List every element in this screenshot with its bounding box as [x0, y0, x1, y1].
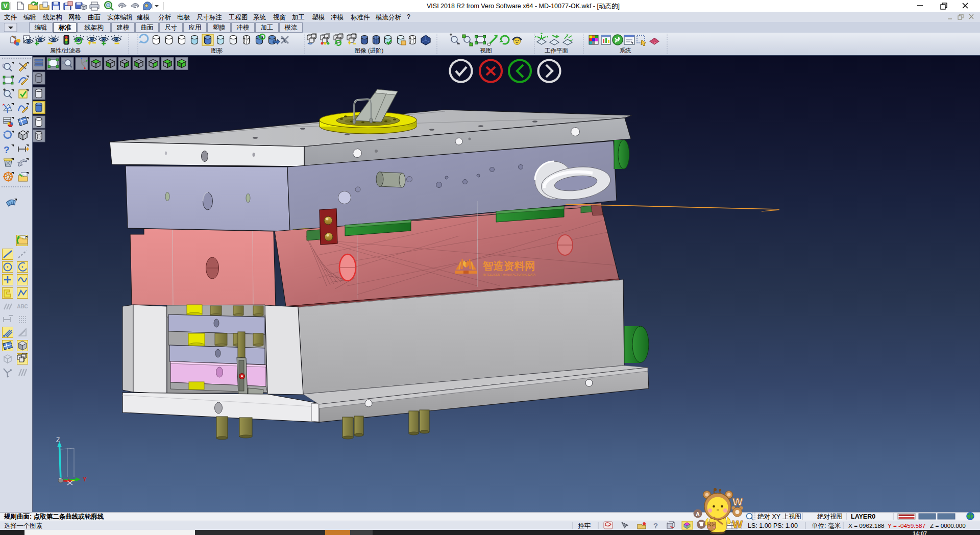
svg-text:选择一个图素: 选择一个图素: [4, 522, 43, 529]
svg-text:?: ?: [4, 144, 10, 155]
svg-text:拴牢: 拴牢: [578, 522, 591, 529]
svg-text:系统: 系统: [620, 47, 632, 54]
svg-text:?: ?: [653, 521, 658, 530]
svg-text:X = 0962.188: X = 0962.188: [848, 522, 885, 529]
svg-text:智造资料网: 智造资料网: [482, 260, 535, 272]
svg-text:视图: 视图: [480, 47, 492, 54]
svg-text:Y = -0459.587: Y = -0459.587: [888, 522, 925, 529]
svg-text:单位: 毫米: 单位: 毫米: [812, 522, 841, 529]
svg-text:属性/过滤器: 属性/过滤器: [50, 47, 81, 54]
svg-text:绝对视图: 绝对视图: [817, 513, 843, 520]
svg-text:INTELLIGENT MANUFACTURING DATA: INTELLIGENT MANUFACTURING DATA: [483, 273, 535, 276]
svg-text:图形: 图形: [211, 47, 224, 54]
svg-text:图像 (进阶): 图像 (进阶): [355, 47, 384, 54]
svg-text:规则曲面: 点取第二条曲线或轮廓线: 规则曲面: 点取第二条曲线或轮廓线: [4, 513, 104, 520]
svg-text:W: W: [732, 496, 743, 507]
svg-text:V: V: [3, 2, 8, 10]
svg-text:A: A: [696, 511, 700, 517]
svg-text:W: W: [732, 518, 743, 530]
svg-text:Z: Z: [56, 436, 60, 444]
svg-text:绝对 XY 上视图: 绝对 XY 上视图: [757, 513, 801, 520]
svg-text:LAYER0: LAYER0: [851, 513, 875, 520]
svg-text:工作平面: 工作平面: [545, 47, 568, 54]
svg-text:Y: Y: [83, 476, 87, 483]
svg-text:ABC: ABC: [17, 304, 28, 309]
svg-text:Z = 0000.000: Z = 0000.000: [930, 522, 966, 529]
